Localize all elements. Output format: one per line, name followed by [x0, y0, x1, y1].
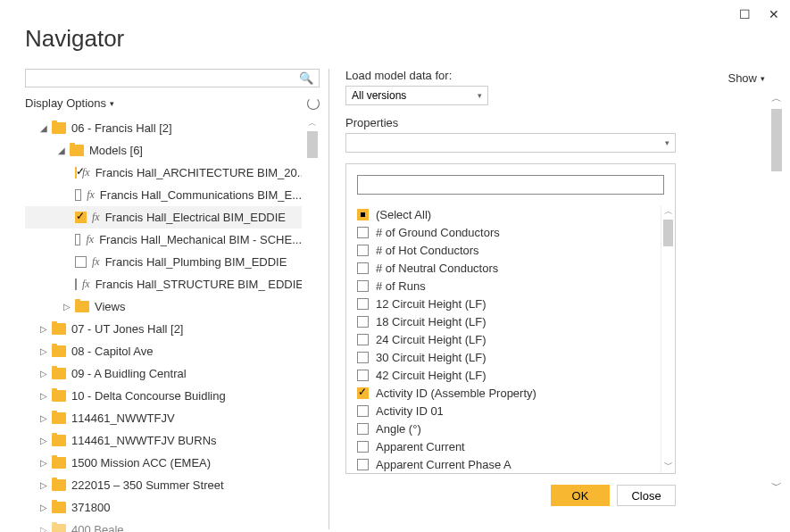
- scroll-down-icon[interactable]: ﹀: [661, 459, 675, 473]
- maximize-button[interactable]: ☐: [739, 7, 751, 21]
- property-item[interactable]: 30 Circuit Height (LF): [357, 348, 661, 366]
- checkbox[interactable]: [75, 189, 81, 201]
- property-item[interactable]: Apparent Current: [357, 437, 661, 455]
- tree-folder[interactable]: ◢Models [6]: [25, 139, 302, 162]
- tree-folder[interactable]: ▷08 - Capitol Ave: [25, 340, 302, 362]
- fx-icon: fx: [87, 188, 95, 202]
- checkbox[interactable]: [75, 234, 80, 245]
- properties-dropdown[interactable]: ▾: [345, 133, 676, 153]
- tree-model-item[interactable]: fxFrancis Hall_Electrical BIM_EDDIE: [25, 206, 302, 229]
- property-item[interactable]: Angle (°): [357, 420, 661, 437]
- tree-folder[interactable]: ▷371800: [25, 496, 302, 519]
- checkbox[interactable]: [75, 278, 77, 290]
- property-item[interactable]: 18 Circuit Height (LF): [357, 312, 661, 330]
- checkbox[interactable]: [357, 370, 369, 381]
- folder-icon: [52, 412, 66, 424]
- tree-model-item[interactable]: fxFrancis Hall_Communications BIM_E...: [25, 184, 302, 206]
- fx-icon: fx: [82, 278, 90, 291]
- checkbox[interactable]: [357, 245, 369, 256]
- versions-dropdown[interactable]: All versions ▾: [345, 86, 488, 105]
- expand-icon[interactable]: ▷: [62, 302, 71, 312]
- checkbox[interactable]: [357, 459, 369, 470]
- tree-view[interactable]: ◢06 - Francis Hall [2] ◢Models [6] fxFra…: [25, 117, 302, 532]
- tree-model-item[interactable]: fxFrancis Hall_Mechanical BIM - SCHE...: [25, 229, 302, 251]
- tree-folder[interactable]: ▷222015 – 350 Summer Street: [25, 474, 302, 496]
- tree-folder[interactable]: ◢06 - Francis Hall [2]: [25, 117, 302, 139]
- tree-model-item[interactable]: fxFrancis Hall_STRUCTURE BIM_ EDDIE: [25, 273, 302, 295]
- tree-folder[interactable]: ▷114461_NWWTFJV: [25, 407, 302, 429]
- property-item[interactable]: # of Runs: [357, 277, 661, 295]
- properties-search-wrap[interactable]: [357, 175, 664, 195]
- search-input[interactable]: [31, 72, 299, 85]
- tree-folder[interactable]: ▷10 - Delta Concourse Buidling: [25, 385, 302, 407]
- scroll-up-icon[interactable]: ︿: [661, 205, 675, 220]
- checkbox[interactable]: [357, 280, 369, 292]
- checkbox[interactable]: [357, 316, 369, 328]
- checkbox[interactable]: [357, 298, 369, 310]
- property-item[interactable]: Apparent Current Phase A: [357, 455, 661, 473]
- property-item[interactable]: # of Neutral Conductors: [357, 259, 661, 277]
- checkbox[interactable]: [357, 262, 369, 274]
- expand-icon[interactable]: ▷: [39, 458, 48, 468]
- property-item[interactable]: Activity ID (Assemble Property): [357, 384, 661, 402]
- folder-icon: [52, 345, 66, 357]
- select-all-item[interactable]: (Select All): [357, 205, 661, 223]
- checkbox-checked[interactable]: [75, 167, 77, 179]
- checkbox[interactable]: [357, 334, 369, 345]
- property-item[interactable]: 12 Circuit Height (LF): [357, 295, 661, 312]
- expand-icon[interactable]: ▷: [39, 324, 48, 334]
- tree-model-item[interactable]: fxFrancis Hall_ARCHITECTURE BIM_20...: [25, 162, 302, 184]
- checkbox-partial[interactable]: [357, 209, 369, 220]
- folder-icon: [52, 524, 66, 532]
- property-item[interactable]: Activity ID 01: [357, 402, 661, 420]
- search-icon[interactable]: 🔍: [299, 71, 313, 85]
- expand-icon[interactable]: ▷: [39, 413, 48, 423]
- expand-icon[interactable]: ▷: [39, 369, 48, 378]
- tree-folder[interactable]: ▷Views: [25, 295, 302, 318]
- expand-icon[interactable]: ▷: [39, 346, 48, 356]
- property-item[interactable]: 42 Circuit Height (LF): [357, 366, 661, 384]
- expand-icon[interactable]: ▷: [39, 391, 48, 401]
- checkbox[interactable]: [357, 352, 369, 363]
- properties-list[interactable]: (Select All) # of Ground Conductors # of…: [346, 205, 661, 473]
- checkbox[interactable]: [75, 256, 87, 268]
- tree-folder[interactable]: ▷400 Beale: [25, 519, 302, 532]
- chevron-down-icon: ▾: [665, 138, 669, 147]
- search-input-wrap[interactable]: 🔍: [25, 69, 320, 87]
- divider: [328, 69, 329, 529]
- display-options-menu[interactable]: Display Options ▾: [25, 96, 114, 110]
- refresh-icon[interactable]: [307, 97, 320, 110]
- checkbox-checked[interactable]: [357, 387, 369, 399]
- expand-icon[interactable]: ▷: [39, 480, 48, 490]
- tree-folder[interactable]: ▷114461_NWWTFJV BURNs: [25, 429, 302, 452]
- expand-icon[interactable]: ▷: [39, 436, 48, 445]
- scroll-thumb[interactable]: [307, 131, 318, 158]
- expand-icon[interactable]: ▷: [39, 525, 48, 532]
- scroll-up-icon[interactable]: ︿: [305, 117, 320, 131]
- fx-icon: fx: [86, 233, 94, 246]
- collapse-icon[interactable]: ◢: [39, 123, 48, 133]
- close-button[interactable]: Close: [617, 485, 676, 506]
- fx-icon: fx: [92, 255, 100, 269]
- folder-icon: [52, 390, 66, 402]
- expand-icon[interactable]: ▷: [39, 503, 48, 512]
- property-item[interactable]: # of Ground Conductors: [357, 223, 661, 241]
- close-window-button[interactable]: ✕: [769, 7, 779, 21]
- checkbox[interactable]: [357, 227, 369, 238]
- collapse-icon[interactable]: ◢: [57, 145, 66, 155]
- properties-scrollbar[interactable]: ︿ ﹀: [661, 205, 675, 473]
- checkbox[interactable]: [357, 405, 369, 417]
- tree-folder[interactable]: ▷1500 Mission ACC (EMEA): [25, 452, 302, 474]
- property-item[interactable]: 24 Circuit Height (LF): [357, 330, 661, 348]
- ok-button[interactable]: OK: [551, 485, 610, 506]
- tree-folder[interactable]: ▷09 - A Buidling Central: [25, 362, 302, 385]
- checkbox[interactable]: [357, 423, 369, 435]
- tree-scrollbar[interactable]: ︿: [305, 117, 320, 532]
- property-item[interactable]: # of Hot Conductors: [357, 241, 661, 259]
- checkbox[interactable]: [357, 441, 369, 453]
- tree-folder[interactable]: ▷07 - UT Jones Hall [2]: [25, 318, 302, 340]
- properties-search-input[interactable]: [358, 176, 663, 194]
- checkbox-checked[interactable]: [75, 212, 87, 223]
- tree-model-item[interactable]: fxFrancis Hall_Plumbing BIM_EDDIE: [25, 251, 302, 273]
- scroll-thumb[interactable]: [663, 220, 673, 246]
